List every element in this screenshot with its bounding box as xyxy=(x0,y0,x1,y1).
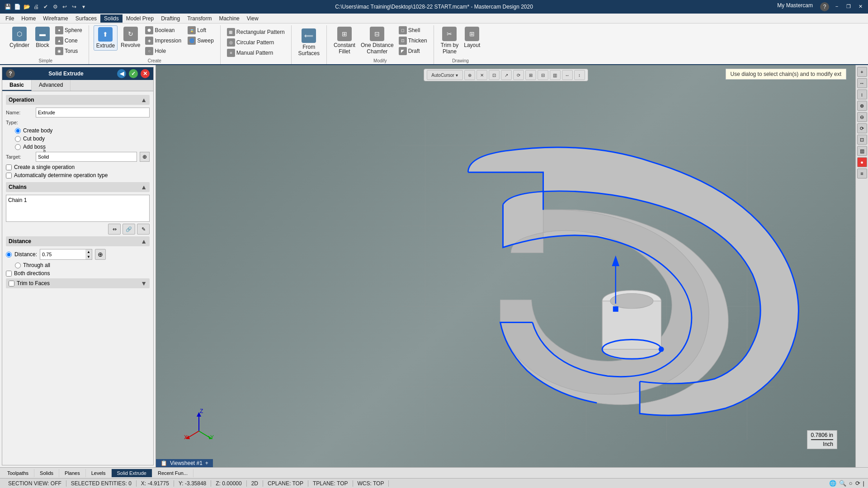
constant-fillet-button[interactable]: ⊞ ConstantFillet xyxy=(331,25,358,56)
menu-modelprep[interactable]: Model Prep xyxy=(123,14,157,23)
cylinder-button[interactable]: ⬡ Cylinder xyxy=(7,25,32,50)
minimize-button[interactable]: − xyxy=(833,2,841,10)
indicator-icon[interactable]: | xyxy=(863,480,864,487)
tab-solids[interactable]: Solids xyxy=(34,469,59,477)
save2-icon[interactable]: 📄 xyxy=(13,3,21,11)
viewport-canvas[interactable]: AutoCursor ▾ ⊕ ✕ ⊡ ↗ ⟳ ⊞ ⊟ ▥ ↔ ↕ Use dia… xyxy=(156,65,855,467)
rt-zoom-out-button[interactable]: ⊖ xyxy=(857,112,867,122)
rt-grid-button[interactable]: ▥ xyxy=(857,146,867,156)
rectangular-pattern-button[interactable]: ▦ Rectangular Pattern xyxy=(225,27,287,37)
rt-rotate-button[interactable]: ⟳ xyxy=(857,123,867,133)
trim-checkbox[interactable] xyxy=(9,281,14,286)
menu-surfaces[interactable]: Surfaces xyxy=(72,14,100,23)
rt-expand-h-button[interactable]: ↔ xyxy=(857,78,867,88)
distance-section-header[interactable]: Distance ▲ xyxy=(6,236,150,246)
rt-plus-button[interactable]: + xyxy=(857,67,867,77)
globe-icon[interactable]: 🌐 xyxy=(829,480,836,487)
shell-button[interactable]: ◻ Shell xyxy=(397,25,429,35)
dialog-cancel-button[interactable]: ✕ xyxy=(141,69,150,78)
from-surfaces-button[interactable]: ⟸ FromSurfaces xyxy=(296,27,322,58)
layout-button[interactable]: ⊞ Layout xyxy=(462,25,482,50)
verify-icon[interactable]: ✔ xyxy=(42,3,50,11)
viewsheet-label[interactable]: Viewsheet #1 xyxy=(170,460,203,466)
distance-add-button[interactable]: ⊕ xyxy=(95,249,106,260)
distance-radio[interactable] xyxy=(6,252,12,258)
menu-wireframe[interactable]: Wireframe xyxy=(39,14,71,23)
tab-solid-extrude[interactable]: Solid Extrude xyxy=(112,469,152,477)
sphere-button[interactable]: ● Sphere xyxy=(53,25,84,35)
thicken-button[interactable]: ⊡ Thicken xyxy=(397,36,429,46)
dialog-ok-button[interactable]: ✓ xyxy=(129,69,138,78)
save-icon[interactable]: 💾 xyxy=(4,3,12,11)
distance-down-button[interactable]: ▼ xyxy=(85,254,92,259)
menu-machine[interactable]: Machine xyxy=(215,14,243,23)
impression-button[interactable]: ◈ Impression xyxy=(143,36,183,46)
rt-red-dot-button[interactable]: ● xyxy=(857,157,867,167)
tab-planes[interactable]: Planes xyxy=(59,469,86,477)
through-all-radio[interactable] xyxy=(15,263,21,268)
loft-button[interactable]: ⌛ Loft xyxy=(186,25,216,35)
one-distance-chamfer-button[interactable]: ⊟ One DistanceChamfer xyxy=(359,25,396,56)
help-button[interactable]: ? xyxy=(820,2,829,11)
tab-basic[interactable]: Basic xyxy=(2,80,32,91)
rt-view-button[interactable]: ⊡ xyxy=(857,135,867,145)
circular-pattern-button[interactable]: ◎ Circular Pattern xyxy=(225,38,287,47)
dialog-help-button[interactable]: ? xyxy=(6,69,15,78)
manual-pattern-button[interactable]: ≡ Manual Pattern xyxy=(225,48,287,58)
dropdown-icon[interactable]: ▾ xyxy=(80,3,88,11)
cut-body-radio[interactable] xyxy=(15,136,21,142)
redo-icon[interactable]: ↪ xyxy=(70,3,78,11)
print-icon[interactable]: 🖨 xyxy=(32,3,40,11)
trim-section-header[interactable]: Trim to Faces ▼ xyxy=(6,278,150,288)
menu-file[interactable]: File xyxy=(2,14,18,23)
chain-tool-3[interactable]: ✎ xyxy=(137,224,150,235)
extrude-button[interactable]: ⬆ Extrude xyxy=(94,25,118,51)
mymastercam-button[interactable]: My Mastercam xyxy=(774,2,816,11)
boolean-button[interactable]: ⬢ Boolean xyxy=(143,25,183,35)
revolve-button[interactable]: ↻ Revolve xyxy=(118,25,142,50)
dialog-back-button[interactable]: ◀ xyxy=(117,69,126,78)
chain-tool-1[interactable]: ⇔ xyxy=(108,224,121,235)
menu-drafting[interactable]: Drafting xyxy=(157,14,184,23)
tab-recent-fun[interactable]: Recent Fun... xyxy=(152,469,193,477)
chains-section-header[interactable]: Chains ▲ xyxy=(6,182,150,192)
single-op-checkbox[interactable] xyxy=(6,164,12,170)
name-input[interactable] xyxy=(36,108,150,117)
restore-button[interactable]: ❐ xyxy=(844,2,853,10)
distance-input[interactable] xyxy=(40,249,85,259)
target-input[interactable] xyxy=(36,152,137,162)
tab-toolpaths[interactable]: Toolpaths xyxy=(2,469,34,477)
block-button[interactable]: ▬ Block xyxy=(33,25,52,50)
chain-item-1[interactable]: Chain 1 xyxy=(8,197,147,203)
menu-home[interactable]: Home xyxy=(18,14,39,23)
trim-by-plane-button[interactable]: ✂ Trim byPlane xyxy=(439,25,461,56)
rt-zoom-in-button[interactable]: ⊕ xyxy=(857,101,867,111)
both-directions-checkbox[interactable] xyxy=(6,271,12,277)
zoom-icon[interactable]: 🔍 xyxy=(839,480,846,487)
torus-button[interactable]: ◉ Torus xyxy=(53,46,84,56)
rt-expand-v-button[interactable]: ↕ xyxy=(857,89,867,99)
auto-type-checkbox[interactable] xyxy=(6,173,12,178)
create-body-radio[interactable] xyxy=(15,128,21,134)
cone-button[interactable]: ▲ Cone xyxy=(53,36,84,46)
menu-transform[interactable]: Transform xyxy=(184,14,215,23)
add-boss-radio[interactable] xyxy=(15,144,21,150)
menu-view[interactable]: View xyxy=(243,14,262,23)
tab-advanced[interactable]: Advanced xyxy=(32,80,71,91)
distance-up-button[interactable]: ▲ xyxy=(85,249,92,254)
viewsheet-add-button[interactable]: + xyxy=(205,460,208,466)
close-button[interactable]: ✕ xyxy=(856,2,864,10)
menu-solids[interactable]: Solids xyxy=(100,14,123,23)
operation-section-header[interactable]: Operation ▲ xyxy=(6,95,150,105)
sweep-button[interactable]: 🌀 Sweep xyxy=(186,36,216,46)
draft-button[interactable]: ◤ Draft xyxy=(397,46,429,56)
sync-icon[interactable]: ⟳ xyxy=(855,480,860,487)
chain-tool-2[interactable]: 🔗 xyxy=(123,224,135,235)
settings-icon[interactable]: ⚙ xyxy=(51,3,59,11)
undo-icon[interactable]: ↩ xyxy=(61,3,69,11)
hole-button[interactable]: ○ Hole xyxy=(143,46,183,56)
target-pick-button[interactable]: ⊕ xyxy=(140,152,150,162)
rt-extra-button[interactable]: ≡ xyxy=(857,169,867,178)
tab-levels[interactable]: Levels xyxy=(86,469,112,477)
open-icon[interactable]: 📂 xyxy=(23,3,31,11)
